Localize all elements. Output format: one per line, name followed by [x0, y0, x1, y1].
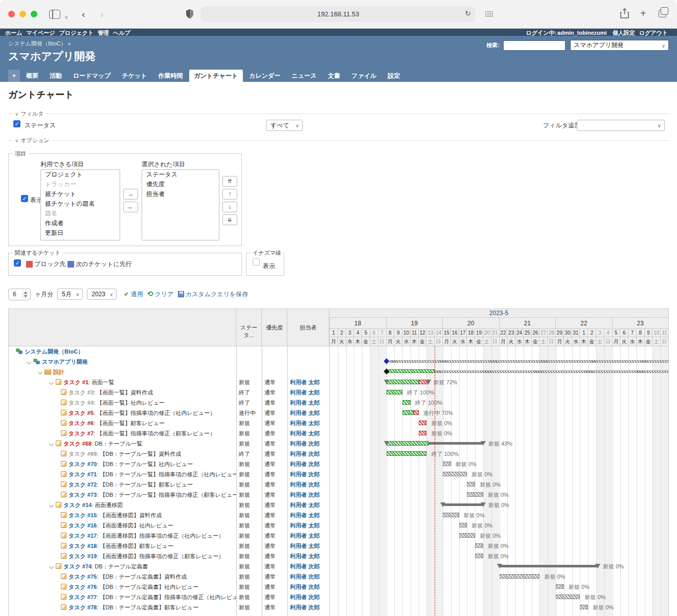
task-link[interactable]: タスク #6	[69, 420, 94, 426]
tab-grid-icon[interactable]	[485, 11, 493, 17]
tab-活動[interactable]: 活動	[44, 70, 67, 82]
task-link[interactable]: タスク #73	[69, 492, 97, 498]
assignee-link[interactable]: 利用者 太郎	[290, 410, 320, 416]
save-query-link[interactable]: カスタムクエリを保存	[186, 291, 248, 298]
assignee-link[interactable]: 利用者 太郎	[290, 533, 320, 539]
collapse-expander-icon[interactable]	[50, 503, 54, 507]
available-column-option[interactable]: 親チケットの題名	[41, 199, 120, 209]
filters-legend[interactable]: ∨フィルタ	[12, 110, 46, 118]
task-link[interactable]: タスク #7	[69, 430, 94, 436]
assignee-link[interactable]: 利用者 次郎	[290, 481, 320, 488]
assignee-link[interactable]: 利用者 次郎	[290, 492, 320, 498]
tab-ガントチャート[interactable]: ガントチャート	[189, 70, 243, 82]
add-filter-select[interactable]	[577, 120, 665, 131]
assignee-link[interactable]: 利用者 次郎	[290, 574, 320, 580]
close-window-button[interactable]	[8, 11, 15, 17]
assignee-link[interactable]: 利用者 太郎	[290, 522, 320, 529]
assignee-link[interactable]: 利用者 太郎	[290, 543, 320, 549]
tab-ニュース[interactable]: ニュース	[286, 70, 322, 82]
task-link[interactable]: タスク #1	[63, 379, 88, 385]
task-link[interactable]: タスク #70	[69, 461, 97, 467]
assignee-link[interactable]: 利用者 太郎	[290, 502, 320, 508]
tab-設定[interactable]: 設定	[382, 70, 405, 82]
assignee-link[interactable]: 利用者 次郎	[290, 584, 320, 590]
assignee-link[interactable]: 利用者 太郎	[290, 400, 320, 406]
top-menu-item[interactable]: ホーム	[5, 30, 22, 36]
address-bar[interactable]: 192.168.11.53 ↻	[201, 7, 476, 22]
collapse-expander-icon[interactable]	[27, 360, 32, 363]
selected-columns-list[interactable]: ステータス優先度担当者	[142, 169, 219, 240]
task-link[interactable]: タスク #5	[69, 410, 94, 416]
options-legend[interactable]: ∨オプション	[12, 137, 52, 144]
task-link[interactable]: タスク #77	[69, 594, 97, 600]
task-link[interactable]: タスク #19	[69, 553, 97, 559]
assignee-link[interactable]: 利用者 太郎	[290, 389, 320, 395]
lightning-checkbox[interactable]	[253, 258, 260, 266]
tab-作業時間[interactable]: 作業時間	[153, 70, 188, 82]
top-menu-item[interactable]: マイページ	[27, 30, 55, 36]
task-link[interactable]: タスク #74	[63, 563, 92, 569]
available-column-option[interactable]: 更新日	[41, 228, 120, 238]
available-column-option[interactable]: カテゴリ	[41, 238, 120, 240]
top-menu-item[interactable]: ヘルプ	[113, 30, 130, 36]
assignee-link[interactable]: 利用者 次郎	[290, 563, 320, 569]
top-menu-item[interactable]: ログアウト	[639, 30, 668, 36]
month-select[interactable]: 5月	[57, 289, 83, 300]
assignee-link[interactable]: 利用者 太郎	[290, 430, 320, 436]
task-link[interactable]: タスク #4	[69, 400, 94, 406]
move-bottom-button[interactable]: ⇊	[222, 214, 237, 225]
apply-link[interactable]: 適用	[131, 291, 143, 298]
move-up-button[interactable]: ↑	[222, 189, 237, 200]
move-left-button[interactable]: ←	[123, 202, 138, 212]
assignee-link[interactable]: 利用者 次郎	[290, 441, 320, 447]
project-jump-select[interactable]: スマホアプリ開発	[570, 40, 669, 51]
top-menu-item[interactable]: 個人設定	[613, 30, 635, 36]
new-object-tab[interactable]: +	[8, 70, 20, 82]
show-tabs-icon[interactable]	[659, 10, 666, 17]
collapse-expander-icon[interactable]	[50, 565, 54, 568]
task-link[interactable]: タスク #3	[69, 389, 94, 395]
reload-icon[interactable]: ↻	[465, 9, 471, 17]
task-link[interactable]: タスク #68	[63, 441, 92, 447]
assignee-link[interactable]: 利用者 次郎	[290, 471, 320, 477]
task-link[interactable]: タスク #75	[69, 574, 97, 580]
available-column-option[interactable]: トラッカー	[41, 180, 120, 189]
assignee-link[interactable]: 利用者 太郎	[290, 512, 320, 518]
tab-チケット[interactable]: チケット	[117, 70, 152, 82]
available-columns-list[interactable]: プロジェクトトラッカー親チケット親チケットの題名題名作成者更新日カテゴリ対象バー…	[40, 169, 120, 240]
available-column-option[interactable]: 親チケット	[41, 189, 120, 199]
task-link[interactable]: タスク #14	[63, 502, 92, 508]
clear-link[interactable]: クリア	[155, 291, 174, 298]
assignee-link[interactable]: 利用者 太郎	[290, 420, 320, 426]
collapse-expander-icon[interactable]	[50, 442, 54, 445]
status-filter-checkbox[interactable]: ✓	[13, 120, 20, 127]
minimize-window-button[interactable]	[19, 11, 26, 17]
move-right-button[interactable]: →	[123, 189, 138, 200]
task-link[interactable]: タスク #17	[69, 533, 97, 539]
top-menu-item[interactable]: プロジェクト	[59, 30, 94, 36]
selected-column-option[interactable]: ステータス	[142, 170, 219, 180]
selected-column-option[interactable]: 担当者	[142, 189, 219, 199]
assignee-link[interactable]: 利用者 太郎	[290, 553, 320, 559]
assignee-link[interactable]: 利用者 次郎	[290, 451, 320, 457]
share-icon[interactable]	[620, 8, 629, 22]
task-link[interactable]: タスク #71	[69, 471, 97, 477]
new-tab-button[interactable]: +	[640, 7, 646, 19]
tab-ロードマップ[interactable]: ロードマップ	[68, 70, 116, 82]
assignee-link[interactable]: 利用者 次郎	[290, 594, 320, 600]
assignee-link[interactable]: 利用者 次郎	[290, 461, 320, 467]
version-link[interactable]: 設計	[53, 369, 64, 375]
months-stepper[interactable]: 6	[8, 289, 31, 300]
sidebar-toggle-icon[interactable]	[49, 10, 60, 19]
tab-概要[interactable]: 概要	[21, 70, 43, 82]
collapse-expander-icon[interactable]	[50, 381, 54, 384]
project-link[interactable]: スマホアプリ開発	[42, 359, 88, 365]
back-button[interactable]: ‹	[82, 8, 85, 20]
available-column-option[interactable]: 作成者	[41, 218, 120, 228]
available-column-option[interactable]: プロジェクト	[41, 170, 120, 180]
task-link[interactable]: タスク #18	[69, 543, 97, 549]
task-link[interactable]: タスク #16	[69, 522, 97, 529]
breadcrumb-project-link[interactable]: システム開発（BtoC）	[8, 40, 66, 47]
task-link[interactable]: タスク #76	[69, 584, 97, 590]
task-link[interactable]: タスク #69	[69, 451, 97, 457]
